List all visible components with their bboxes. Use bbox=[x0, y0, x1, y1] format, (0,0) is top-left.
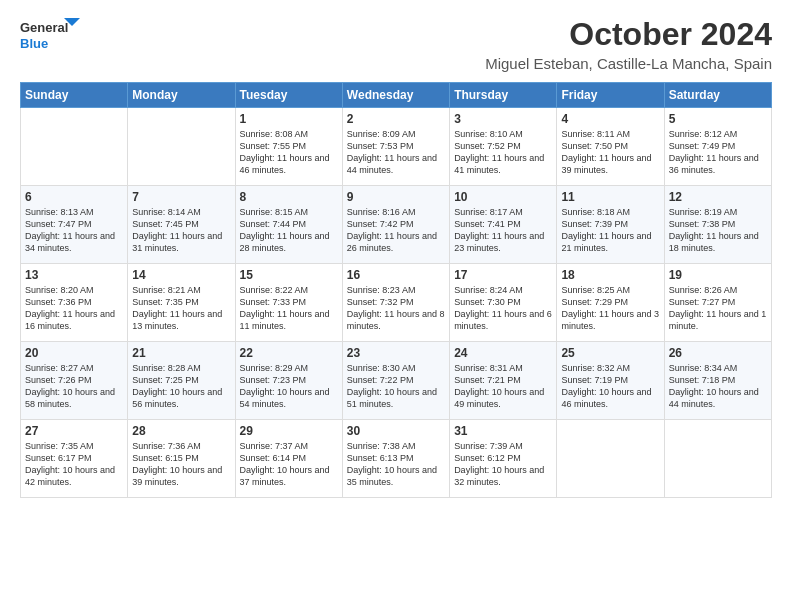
day-number: 13 bbox=[25, 268, 123, 282]
calendar-table: SundayMondayTuesdayWednesdayThursdayFrid… bbox=[20, 82, 772, 498]
calendar-cell: 8Sunrise: 8:15 AM Sunset: 7:44 PM Daylig… bbox=[235, 186, 342, 264]
sub-title: Miguel Esteban, Castille-La Mancha, Spai… bbox=[485, 55, 772, 72]
header-cell-saturday: Saturday bbox=[664, 83, 771, 108]
calendar-cell: 2Sunrise: 8:09 AM Sunset: 7:53 PM Daylig… bbox=[342, 108, 449, 186]
cell-info: Sunrise: 8:22 AM Sunset: 7:33 PM Dayligh… bbox=[240, 284, 338, 333]
calendar-cell: 27Sunrise: 7:35 AM Sunset: 6:17 PM Dayli… bbox=[21, 420, 128, 498]
logo-icon: GeneralBlue bbox=[20, 16, 80, 54]
cell-info: Sunrise: 8:32 AM Sunset: 7:19 PM Dayligh… bbox=[561, 362, 659, 411]
calendar-cell: 9Sunrise: 8:16 AM Sunset: 7:42 PM Daylig… bbox=[342, 186, 449, 264]
title-area: October 2024 Miguel Esteban, Castille-La… bbox=[485, 16, 772, 72]
cell-info: Sunrise: 8:19 AM Sunset: 7:38 PM Dayligh… bbox=[669, 206, 767, 255]
calendar-cell bbox=[128, 108, 235, 186]
day-number: 19 bbox=[669, 268, 767, 282]
calendar-cell: 31Sunrise: 7:39 AM Sunset: 6:12 PM Dayli… bbox=[450, 420, 557, 498]
header-cell-wednesday: Wednesday bbox=[342, 83, 449, 108]
cell-info: Sunrise: 7:37 AM Sunset: 6:14 PM Dayligh… bbox=[240, 440, 338, 489]
cell-info: Sunrise: 8:09 AM Sunset: 7:53 PM Dayligh… bbox=[347, 128, 445, 177]
calendar-cell: 30Sunrise: 7:38 AM Sunset: 6:13 PM Dayli… bbox=[342, 420, 449, 498]
header-cell-friday: Friday bbox=[557, 83, 664, 108]
day-number: 4 bbox=[561, 112, 659, 126]
calendar-cell: 28Sunrise: 7:36 AM Sunset: 6:15 PM Dayli… bbox=[128, 420, 235, 498]
day-number: 10 bbox=[454, 190, 552, 204]
week-row-5: 27Sunrise: 7:35 AM Sunset: 6:17 PM Dayli… bbox=[21, 420, 772, 498]
calendar-cell bbox=[664, 420, 771, 498]
day-number: 12 bbox=[669, 190, 767, 204]
day-number: 17 bbox=[454, 268, 552, 282]
day-number: 26 bbox=[669, 346, 767, 360]
day-number: 1 bbox=[240, 112, 338, 126]
svg-text:General: General bbox=[20, 20, 68, 35]
week-row-4: 20Sunrise: 8:27 AM Sunset: 7:26 PM Dayli… bbox=[21, 342, 772, 420]
cell-info: Sunrise: 7:39 AM Sunset: 6:12 PM Dayligh… bbox=[454, 440, 552, 489]
logo: GeneralBlue bbox=[20, 16, 80, 54]
day-number: 31 bbox=[454, 424, 552, 438]
calendar-cell: 1Sunrise: 8:08 AM Sunset: 7:55 PM Daylig… bbox=[235, 108, 342, 186]
day-number: 9 bbox=[347, 190, 445, 204]
cell-info: Sunrise: 8:20 AM Sunset: 7:36 PM Dayligh… bbox=[25, 284, 123, 333]
cell-info: Sunrise: 8:25 AM Sunset: 7:29 PM Dayligh… bbox=[561, 284, 659, 333]
calendar-cell: 13Sunrise: 8:20 AM Sunset: 7:36 PM Dayli… bbox=[21, 264, 128, 342]
cell-info: Sunrise: 8:30 AM Sunset: 7:22 PM Dayligh… bbox=[347, 362, 445, 411]
week-row-1: 1Sunrise: 8:08 AM Sunset: 7:55 PM Daylig… bbox=[21, 108, 772, 186]
calendar-cell: 15Sunrise: 8:22 AM Sunset: 7:33 PM Dayli… bbox=[235, 264, 342, 342]
calendar-cell: 19Sunrise: 8:26 AM Sunset: 7:27 PM Dayli… bbox=[664, 264, 771, 342]
page: GeneralBlue October 2024 Miguel Esteban,… bbox=[0, 0, 792, 514]
header-cell-sunday: Sunday bbox=[21, 83, 128, 108]
day-number: 28 bbox=[132, 424, 230, 438]
calendar-cell: 18Sunrise: 8:25 AM Sunset: 7:29 PM Dayli… bbox=[557, 264, 664, 342]
day-number: 23 bbox=[347, 346, 445, 360]
cell-info: Sunrise: 8:11 AM Sunset: 7:50 PM Dayligh… bbox=[561, 128, 659, 177]
day-number: 24 bbox=[454, 346, 552, 360]
calendar-cell: 7Sunrise: 8:14 AM Sunset: 7:45 PM Daylig… bbox=[128, 186, 235, 264]
cell-info: Sunrise: 8:26 AM Sunset: 7:27 PM Dayligh… bbox=[669, 284, 767, 333]
cell-info: Sunrise: 8:08 AM Sunset: 7:55 PM Dayligh… bbox=[240, 128, 338, 177]
day-number: 16 bbox=[347, 268, 445, 282]
cell-info: Sunrise: 8:18 AM Sunset: 7:39 PM Dayligh… bbox=[561, 206, 659, 255]
cell-info: Sunrise: 8:17 AM Sunset: 7:41 PM Dayligh… bbox=[454, 206, 552, 255]
calendar-cell: 4Sunrise: 8:11 AM Sunset: 7:50 PM Daylig… bbox=[557, 108, 664, 186]
cell-info: Sunrise: 8:13 AM Sunset: 7:47 PM Dayligh… bbox=[25, 206, 123, 255]
calendar-cell: 29Sunrise: 7:37 AM Sunset: 6:14 PM Dayli… bbox=[235, 420, 342, 498]
cell-info: Sunrise: 8:23 AM Sunset: 7:32 PM Dayligh… bbox=[347, 284, 445, 333]
cell-info: Sunrise: 8:34 AM Sunset: 7:18 PM Dayligh… bbox=[669, 362, 767, 411]
day-number: 2 bbox=[347, 112, 445, 126]
calendar-cell: 17Sunrise: 8:24 AM Sunset: 7:30 PM Dayli… bbox=[450, 264, 557, 342]
day-number: 27 bbox=[25, 424, 123, 438]
cell-info: Sunrise: 8:29 AM Sunset: 7:23 PM Dayligh… bbox=[240, 362, 338, 411]
cell-info: Sunrise: 7:36 AM Sunset: 6:15 PM Dayligh… bbox=[132, 440, 230, 489]
cell-info: Sunrise: 8:28 AM Sunset: 7:25 PM Dayligh… bbox=[132, 362, 230, 411]
cell-info: Sunrise: 7:38 AM Sunset: 6:13 PM Dayligh… bbox=[347, 440, 445, 489]
header-cell-thursday: Thursday bbox=[450, 83, 557, 108]
cell-info: Sunrise: 8:15 AM Sunset: 7:44 PM Dayligh… bbox=[240, 206, 338, 255]
calendar-cell: 3Sunrise: 8:10 AM Sunset: 7:52 PM Daylig… bbox=[450, 108, 557, 186]
calendar-cell: 23Sunrise: 8:30 AM Sunset: 7:22 PM Dayli… bbox=[342, 342, 449, 420]
cell-info: Sunrise: 8:14 AM Sunset: 7:45 PM Dayligh… bbox=[132, 206, 230, 255]
cell-info: Sunrise: 8:16 AM Sunset: 7:42 PM Dayligh… bbox=[347, 206, 445, 255]
day-number: 15 bbox=[240, 268, 338, 282]
calendar-cell bbox=[21, 108, 128, 186]
week-row-3: 13Sunrise: 8:20 AM Sunset: 7:36 PM Dayli… bbox=[21, 264, 772, 342]
day-number: 5 bbox=[669, 112, 767, 126]
day-number: 8 bbox=[240, 190, 338, 204]
calendar-cell bbox=[557, 420, 664, 498]
day-number: 3 bbox=[454, 112, 552, 126]
day-number: 30 bbox=[347, 424, 445, 438]
day-number: 21 bbox=[132, 346, 230, 360]
cell-info: Sunrise: 8:10 AM Sunset: 7:52 PM Dayligh… bbox=[454, 128, 552, 177]
cell-info: Sunrise: 7:35 AM Sunset: 6:17 PM Dayligh… bbox=[25, 440, 123, 489]
calendar-cell: 16Sunrise: 8:23 AM Sunset: 7:32 PM Dayli… bbox=[342, 264, 449, 342]
calendar-cell: 21Sunrise: 8:28 AM Sunset: 7:25 PM Dayli… bbox=[128, 342, 235, 420]
day-number: 20 bbox=[25, 346, 123, 360]
cell-info: Sunrise: 8:21 AM Sunset: 7:35 PM Dayligh… bbox=[132, 284, 230, 333]
cell-info: Sunrise: 8:24 AM Sunset: 7:30 PM Dayligh… bbox=[454, 284, 552, 333]
calendar-cell: 20Sunrise: 8:27 AM Sunset: 7:26 PM Dayli… bbox=[21, 342, 128, 420]
calendar-cell: 6Sunrise: 8:13 AM Sunset: 7:47 PM Daylig… bbox=[21, 186, 128, 264]
day-number: 7 bbox=[132, 190, 230, 204]
svg-text:Blue: Blue bbox=[20, 36, 48, 51]
day-number: 25 bbox=[561, 346, 659, 360]
calendar-cell: 24Sunrise: 8:31 AM Sunset: 7:21 PM Dayli… bbox=[450, 342, 557, 420]
calendar-cell: 22Sunrise: 8:29 AM Sunset: 7:23 PM Dayli… bbox=[235, 342, 342, 420]
day-number: 6 bbox=[25, 190, 123, 204]
day-number: 18 bbox=[561, 268, 659, 282]
